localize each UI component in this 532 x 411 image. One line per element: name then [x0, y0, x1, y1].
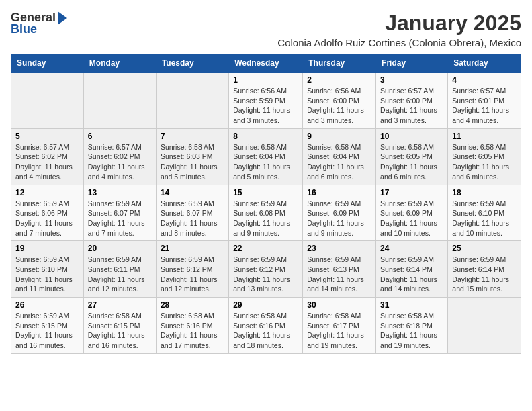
week-row-3: 12Sunrise: 6:59 AM Sunset: 6:06 PM Dayli… — [11, 185, 521, 241]
logo-blue: Blue — [11, 22, 37, 36]
calendar-cell: 16Sunrise: 6:59 AM Sunset: 6:09 PM Dayli… — [303, 185, 376, 241]
logo: General Blue — [11, 11, 67, 36]
day-number: 6 — [88, 132, 152, 141]
weekday-header-row: SundayMondayTuesdayWednesdayThursdayFrid… — [11, 54, 521, 73]
calendar-cell: 19Sunrise: 6:59 AM Sunset: 6:10 PM Dayli… — [11, 241, 84, 298]
day-number: 26 — [15, 300, 79, 310]
day-info: Sunrise: 6:59 AM Sunset: 6:12 PM Dayligh… — [161, 255, 224, 294]
day-number: 23 — [307, 244, 371, 253]
calendar-cell: 11Sunrise: 6:58 AM Sunset: 6:05 PM Dayli… — [448, 128, 521, 185]
calendar-cell: 13Sunrise: 6:59 AM Sunset: 6:07 PM Dayli… — [83, 185, 156, 241]
day-number: 2 — [307, 75, 371, 85]
day-number: 25 — [452, 244, 517, 253]
day-number: 3 — [380, 75, 443, 85]
day-info: Sunrise: 6:59 AM Sunset: 6:09 PM Dayligh… — [380, 199, 443, 238]
calendar: SundayMondayTuesdayWednesdayThursdayFrid… — [11, 54, 521, 354]
day-info: Sunrise: 6:59 AM Sunset: 6:11 PM Dayligh… — [88, 255, 152, 294]
day-number: 13 — [88, 188, 152, 197]
calendar-cell: 26Sunrise: 6:59 AM Sunset: 6:15 PM Dayli… — [11, 298, 84, 354]
calendar-cell: 12Sunrise: 6:59 AM Sunset: 6:06 PM Dayli… — [11, 185, 84, 241]
calendar-cell — [83, 73, 156, 129]
day-number: 28 — [161, 300, 224, 310]
calendar-cell — [156, 73, 228, 129]
calendar-cell — [448, 298, 521, 354]
day-number: 15 — [233, 188, 298, 197]
day-info: Sunrise: 6:59 AM Sunset: 6:07 PM Dayligh… — [88, 199, 152, 238]
title-section: January 2025 Colonia Adolfo Ruiz Cortine… — [277, 11, 521, 48]
calendar-cell: 6Sunrise: 6:57 AM Sunset: 6:02 PM Daylig… — [83, 128, 156, 185]
day-info: Sunrise: 6:59 AM Sunset: 6:14 PM Dayligh… — [452, 255, 517, 294]
calendar-cell: 1Sunrise: 6:56 AM Sunset: 5:59 PM Daylig… — [229, 73, 303, 129]
calendar-cell: 2Sunrise: 6:56 AM Sunset: 6:00 PM Daylig… — [303, 73, 376, 129]
day-number: 10 — [380, 132, 443, 141]
logo-triangle — [58, 11, 67, 25]
day-info: Sunrise: 6:59 AM Sunset: 6:12 PM Dayligh… — [233, 255, 298, 294]
day-number: 5 — [15, 132, 79, 141]
week-row-5: 26Sunrise: 6:59 AM Sunset: 6:15 PM Dayli… — [11, 298, 521, 354]
weekday-header-friday: Friday — [376, 54, 448, 73]
weekday-header-sunday: Sunday — [11, 54, 84, 73]
header: General Blue January 2025 Colonia Adolfo… — [11, 11, 521, 48]
calendar-cell: 7Sunrise: 6:58 AM Sunset: 6:03 PM Daylig… — [156, 128, 228, 185]
subtitle: Colonia Adolfo Ruiz Cortines (Colonia Ob… — [277, 37, 521, 48]
day-number: 16 — [307, 188, 371, 197]
main-title: January 2025 — [277, 11, 521, 36]
calendar-cell: 24Sunrise: 6:59 AM Sunset: 6:14 PM Dayli… — [376, 241, 448, 298]
weekday-header-monday: Monday — [83, 54, 156, 73]
calendar-cell: 27Sunrise: 6:58 AM Sunset: 6:15 PM Dayli… — [83, 298, 156, 354]
calendar-cell: 29Sunrise: 6:58 AM Sunset: 6:16 PM Dayli… — [229, 298, 303, 354]
day-number: 12 — [15, 188, 79, 197]
calendar-cell: 15Sunrise: 6:59 AM Sunset: 6:08 PM Dayli… — [229, 185, 303, 241]
day-info: Sunrise: 6:58 AM Sunset: 6:04 PM Dayligh… — [233, 142, 298, 182]
day-info: Sunrise: 6:58 AM Sunset: 6:17 PM Dayligh… — [307, 311, 371, 351]
calendar-cell: 17Sunrise: 6:59 AM Sunset: 6:09 PM Dayli… — [376, 185, 448, 241]
day-number: 29 — [233, 300, 298, 310]
day-number: 8 — [233, 132, 298, 141]
calendar-cell: 22Sunrise: 6:59 AM Sunset: 6:12 PM Dayli… — [229, 241, 303, 298]
week-row-2: 5Sunrise: 6:57 AM Sunset: 6:02 PM Daylig… — [11, 128, 521, 185]
day-number: 1 — [233, 75, 298, 85]
day-info: Sunrise: 6:59 AM Sunset: 6:06 PM Dayligh… — [15, 199, 79, 238]
day-info: Sunrise: 6:57 AM Sunset: 6:01 PM Dayligh… — [452, 86, 517, 126]
day-info: Sunrise: 6:58 AM Sunset: 6:05 PM Dayligh… — [380, 142, 443, 182]
day-info: Sunrise: 6:56 AM Sunset: 6:00 PM Dayligh… — [307, 86, 371, 126]
day-number: 9 — [307, 132, 371, 141]
day-number: 20 — [88, 244, 152, 253]
day-info: Sunrise: 6:57 AM Sunset: 6:00 PM Dayligh… — [380, 86, 443, 126]
day-number: 17 — [380, 188, 443, 197]
day-info: Sunrise: 6:57 AM Sunset: 6:02 PM Dayligh… — [88, 142, 152, 182]
week-row-4: 19Sunrise: 6:59 AM Sunset: 6:10 PM Dayli… — [11, 241, 521, 298]
day-number: 4 — [452, 75, 517, 85]
day-info: Sunrise: 6:59 AM Sunset: 6:14 PM Dayligh… — [380, 255, 443, 294]
day-info: Sunrise: 6:57 AM Sunset: 6:02 PM Dayligh… — [15, 142, 79, 182]
day-info: Sunrise: 6:59 AM Sunset: 6:07 PM Dayligh… — [161, 199, 224, 238]
day-number: 27 — [88, 300, 152, 310]
calendar-cell: 4Sunrise: 6:57 AM Sunset: 6:01 PM Daylig… — [448, 73, 521, 129]
weekday-header-saturday: Saturday — [448, 54, 521, 73]
day-number: 18 — [452, 188, 517, 197]
day-number: 11 — [452, 132, 517, 141]
calendar-cell: 31Sunrise: 6:58 AM Sunset: 6:18 PM Dayli… — [376, 298, 448, 354]
calendar-cell: 3Sunrise: 6:57 AM Sunset: 6:00 PM Daylig… — [376, 73, 448, 129]
calendar-cell — [11, 73, 84, 129]
calendar-cell: 23Sunrise: 6:59 AM Sunset: 6:13 PM Dayli… — [303, 241, 376, 298]
day-number: 22 — [233, 244, 298, 253]
calendar-cell: 18Sunrise: 6:59 AM Sunset: 6:10 PM Dayli… — [448, 185, 521, 241]
day-info: Sunrise: 6:59 AM Sunset: 6:13 PM Dayligh… — [307, 255, 371, 294]
day-info: Sunrise: 6:59 AM Sunset: 6:10 PM Dayligh… — [15, 255, 79, 294]
day-info: Sunrise: 6:59 AM Sunset: 6:09 PM Dayligh… — [307, 199, 371, 238]
day-number: 21 — [161, 244, 224, 253]
day-info: Sunrise: 6:59 AM Sunset: 6:10 PM Dayligh… — [452, 199, 517, 238]
calendar-cell: 28Sunrise: 6:58 AM Sunset: 6:16 PM Dayli… — [156, 298, 228, 354]
day-info: Sunrise: 6:56 AM Sunset: 5:59 PM Dayligh… — [233, 86, 298, 126]
weekday-header-wednesday: Wednesday — [229, 54, 303, 73]
weekday-header-tuesday: Tuesday — [156, 54, 228, 73]
day-info: Sunrise: 6:58 AM Sunset: 6:03 PM Dayligh… — [161, 142, 224, 182]
day-info: Sunrise: 6:58 AM Sunset: 6:05 PM Dayligh… — [452, 142, 517, 182]
calendar-cell: 10Sunrise: 6:58 AM Sunset: 6:05 PM Dayli… — [376, 128, 448, 185]
day-info: Sunrise: 6:58 AM Sunset: 6:15 PM Dayligh… — [88, 311, 152, 351]
calendar-cell: 25Sunrise: 6:59 AM Sunset: 6:14 PM Dayli… — [448, 241, 521, 298]
day-number: 7 — [161, 132, 224, 141]
day-number: 30 — [307, 300, 371, 310]
day-number: 31 — [380, 300, 443, 310]
